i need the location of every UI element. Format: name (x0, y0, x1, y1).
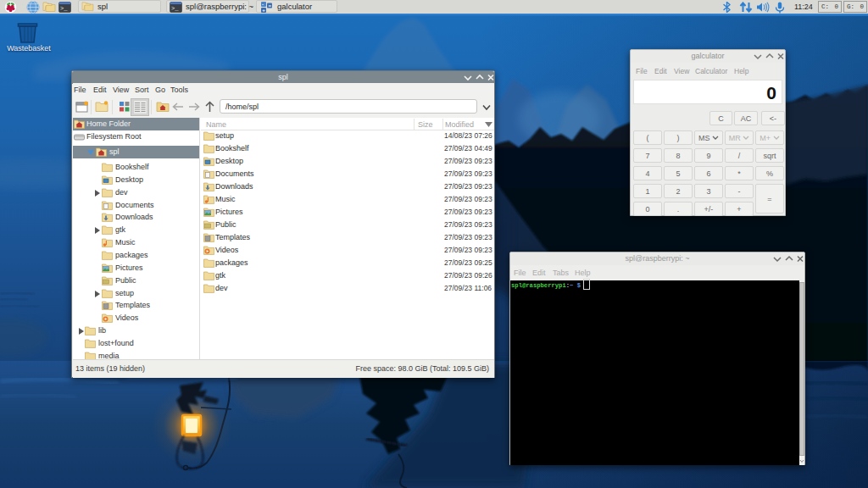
svg-text:>_: >_ (60, 5, 68, 12)
svg-text:+: + (262, 8, 265, 13)
svg-text:=: = (268, 3, 271, 8)
svg-text:-: - (262, 2, 264, 7)
svg-text:>_: >_ (171, 5, 179, 12)
